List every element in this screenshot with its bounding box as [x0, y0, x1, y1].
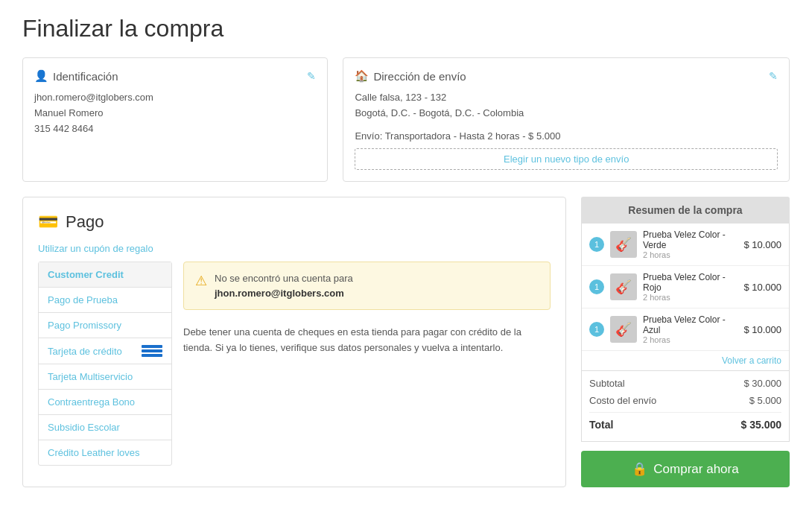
page-wrapper: Finalizar la compra 👤 Identificación ✎ j…	[0, 0, 812, 532]
item-name-0: Prueba Velez Color - Verde	[643, 229, 738, 250]
identification-email: jhon.romero@itglobers.com	[34, 90, 316, 106]
shipping-cost-label: Costo del envío	[589, 395, 656, 406]
shipping-line1: Calle falsa, 123 - 132	[355, 90, 778, 106]
alert-warning: ⚠ No se encontró una cuenta para jhon.ro…	[183, 262, 551, 310]
identification-content: jhon.romero@itglobers.com Manuel Romero …	[34, 90, 316, 136]
payment-title: 💳 Pago	[38, 212, 551, 232]
item-time-1: 2 horas	[643, 293, 738, 302]
summary-items: 1 🎸 Prueba Velez Color - Verde 2 horas $…	[581, 224, 790, 371]
alert-text: No se encontró una cuenta para jhon.rome…	[215, 271, 353, 300]
payment-item-credito-leather[interactable]: Crédito Leather loves	[39, 440, 171, 465]
lock-icon: 🔒	[632, 461, 647, 477]
shipping-title: 🏠 Dirección de envío	[355, 69, 466, 83]
payment-item-subsidio-escolar[interactable]: Subsidio Escolar	[39, 415, 171, 440]
warning-icon: ⚠	[195, 273, 207, 289]
item-time-0: 2 horas	[643, 250, 738, 259]
change-shipping-button[interactable]: Elegir un nuevo tipo de envío	[355, 148, 778, 170]
identification-edit-icon[interactable]: ✎	[307, 70, 316, 82]
item-details-1: Prueba Velez Color - Rojo 2 horas	[643, 272, 738, 302]
payment-item-pago-promissory[interactable]: Pago Promissory	[39, 313, 171, 338]
subtotal-value: $ 30.000	[743, 378, 781, 389]
back-to-cart-link[interactable]: Volver a carrito	[582, 351, 789, 370]
identification-name: Manuel Romero	[34, 106, 316, 121]
shipping-address-card: 🏠 Dirección de envío ✎ Calle falsa, 123 …	[343, 57, 790, 182]
card-header: 👤 Identificación ✎	[34, 69, 316, 83]
subtotal-label: Subtotal	[589, 378, 625, 389]
item-image-1: 🎸	[610, 273, 637, 300]
item-image-2: 🎸	[610, 316, 637, 343]
item-price-2: $ 10.000	[743, 324, 781, 335]
person-icon: 👤	[34, 69, 48, 83]
item-name-2: Prueba Velez Color - Azul	[643, 314, 738, 335]
item-details-2: Prueba Velez Color - Azul 2 horas	[643, 314, 738, 344]
shipping-line2: Bogotá, D.C. - Bogotá, D.C. - Colombia	[355, 106, 778, 121]
home-icon: 🏠	[355, 69, 369, 83]
payment-content-area: ⚠ No se encontró una cuenta para jhon.ro…	[183, 262, 551, 466]
shipping-edit-icon[interactable]: ✎	[769, 70, 778, 82]
summary-item-2: 1 🎸 Prueba Velez Color - Azul 2 horas $ …	[582, 308, 789, 351]
item-name-1: Prueba Velez Color - Rojo	[643, 272, 738, 293]
item-image-0: 🎸	[610, 231, 637, 258]
payment-method-list: Customer Credit Pago de Prueba Pago Prom…	[38, 262, 172, 466]
shipping-card-header: 🏠 Dirección de envío ✎	[355, 69, 778, 83]
credit-card-icon: 💳	[38, 212, 58, 232]
alert-email: jhon.romero@itglobers.com	[215, 286, 353, 301]
shipping-content: Calle falsa, 123 - 132 Bogotá, D.C. - Bo…	[355, 90, 778, 170]
card-lines-icon	[142, 345, 162, 357]
summary-sidebar: Resumen de la compra 1 🎸 Prueba Velez Co…	[581, 197, 790, 487]
summary-item-0: 1 🎸 Prueba Velez Color - Verde 2 horas $…	[582, 224, 789, 266]
item-price-0: $ 10.000	[743, 239, 781, 250]
main-row: 💳 Pago Utilizar un cupón de regalo Custo…	[22, 197, 790, 487]
summary-totals: Subtotal $ 30.000 Costo del envío $ 5.00…	[581, 371, 790, 442]
payment-methods: Customer Credit Pago de Prueba Pago Prom…	[38, 262, 551, 466]
grand-total-row: Total $ 35.000	[589, 412, 781, 434]
identification-card: 👤 Identificación ✎ jhon.romero@itglobers…	[22, 57, 328, 182]
item-time-2: 2 horas	[643, 335, 738, 344]
item-details-0: Prueba Velez Color - Verde 2 horas	[643, 229, 738, 259]
payment-info-text: Debe tener una cuenta de cheques en esta…	[183, 321, 551, 360]
shipping-info: Envío: Transportadora - Hasta 2 horas - …	[355, 129, 778, 145]
payment-item-contraentrega-bono[interactable]: Contraentrega Bono	[39, 390, 171, 415]
payment-item-customer-credit[interactable]: Customer Credit	[39, 262, 171, 288]
item-qty-2: 1	[589, 322, 604, 337]
grand-total-label: Total	[589, 419, 613, 431]
subtotal-row: Subtotal $ 30.000	[589, 375, 781, 392]
buy-now-button[interactable]: 🔒 Comprar ahora	[581, 451, 790, 487]
identification-phone: 315 442 8464	[34, 121, 316, 137]
summary-title: Resumen de la compra	[581, 197, 790, 224]
identification-title: 👤 Identificación	[34, 69, 118, 83]
cupon-link[interactable]: Utilizar un cupón de regalo	[38, 243, 551, 254]
top-row: 👤 Identificación ✎ jhon.romero@itglobers…	[22, 57, 790, 182]
payment-item-tarjeta-credito[interactable]: Tarjeta de crédito	[39, 338, 171, 364]
shipping-cost-value: $ 5.000	[749, 395, 781, 406]
payment-item-tarjeta-multiservicio[interactable]: Tarjeta Multiservicio	[39, 364, 171, 390]
item-qty-1: 1	[589, 279, 604, 294]
grand-total-value: $ 35.000	[741, 419, 782, 431]
item-qty-0: 1	[589, 237, 604, 252]
item-price-1: $ 10.000	[743, 282, 781, 293]
shipping-cost-row: Costo del envío $ 5.000	[589, 392, 781, 409]
summary-item-1: 1 🎸 Prueba Velez Color - Rojo 2 horas $ …	[582, 266, 789, 308]
payment-item-pago-prueba[interactable]: Pago de Prueba	[39, 288, 171, 313]
page-title: Finalizar la compra	[22, 15, 790, 42]
payment-section: 💳 Pago Utilizar un cupón de regalo Custo…	[22, 197, 566, 487]
